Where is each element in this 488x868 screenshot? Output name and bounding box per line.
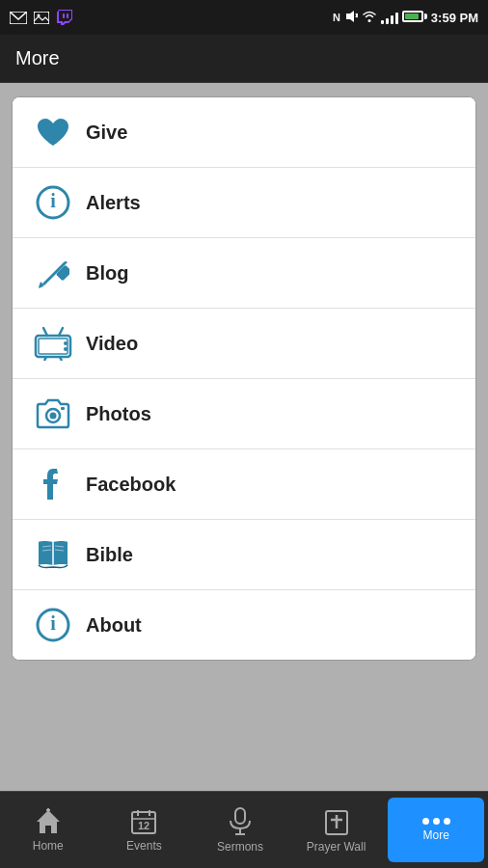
heart-icon: [32, 111, 74, 153]
more-nav-label: More: [423, 828, 449, 842]
nav-item-events[interactable]: 12 Events: [96, 792, 193, 868]
prayer-wall-icon: [324, 807, 349, 836]
give-label: Give: [86, 122, 127, 144]
bottom-nav: Home 12 Events Sermons: [0, 791, 488, 868]
blog-label: Blog: [86, 262, 128, 285]
facebook-label: Facebook: [86, 474, 176, 496]
about-icon: i: [32, 604, 74, 646]
wifi-icon: [362, 11, 377, 25]
nav-item-sermons[interactable]: Sermons: [192, 792, 288, 868]
status-time: 3:59 PM: [431, 11, 478, 25]
menu-item-bible[interactable]: Bible: [13, 520, 475, 590]
svg-point-20: [64, 341, 68, 345]
svg-rect-3: [63, 14, 65, 18]
status-right-icons: N: [333, 10, 478, 26]
camera-icon: [32, 393, 74, 435]
svg-rect-1: [34, 12, 49, 24]
menu-item-give[interactable]: Give: [13, 97, 475, 168]
menu-item-alerts[interactable]: i Alerts: [13, 168, 475, 238]
pencil-icon: [32, 252, 74, 294]
page-title: More: [15, 47, 60, 69]
svg-text:i: i: [50, 612, 56, 634]
svg-point-21: [64, 347, 68, 351]
app-icon: [56, 11, 73, 24]
battery-icon: [402, 11, 427, 25]
about-label: About: [86, 614, 142, 637]
svg-rect-24: [61, 407, 65, 410]
signal-icon: [381, 11, 398, 24]
home-nav-label: Home: [33, 839, 64, 853]
svg-rect-4: [67, 14, 68, 18]
mail-icon: [10, 11, 27, 24]
menu-item-photos[interactable]: Photos: [13, 379, 475, 449]
menu-card: Give i Alerts Bl: [12, 96, 476, 661]
svg-text:12: 12: [138, 820, 149, 831]
content-area: Give i Alerts Bl: [0, 83, 488, 791]
sermons-nav-label: Sermons: [217, 840, 263, 854]
menu-item-blog[interactable]: Blog: [13, 238, 475, 309]
nav-item-prayer-wall[interactable]: Prayer Wall: [288, 792, 385, 868]
more-dots-icon: [422, 818, 450, 825]
image-icon: [33, 11, 50, 24]
photos-label: Photos: [86, 403, 151, 425]
video-label: Video: [86, 333, 138, 355]
svg-marker-5: [346, 11, 354, 22]
svg-point-23: [50, 413, 57, 420]
alerts-label: Alerts: [86, 192, 141, 214]
menu-item-video[interactable]: Video: [13, 309, 475, 379]
facebook-icon: [32, 463, 74, 505]
svg-text:i: i: [50, 190, 56, 211]
menu-item-about[interactable]: i About: [13, 590, 475, 660]
svg-rect-41: [235, 808, 245, 824]
mute-icon: [344, 10, 358, 26]
bible-label: Bible: [86, 544, 133, 566]
status-bar: N: [0, 0, 488, 35]
header: More: [0, 35, 488, 83]
tv-icon: [32, 322, 74, 365]
prayer-wall-nav-label: Prayer Wall: [307, 840, 366, 854]
events-icon: 12: [130, 808, 157, 835]
book-icon: [32, 533, 74, 576]
nfc-icon: N: [333, 12, 340, 23]
home-icon: [35, 808, 62, 835]
svg-rect-15: [39, 339, 68, 354]
alerts-icon: i: [32, 181, 74, 224]
nav-item-home[interactable]: Home: [0, 792, 96, 868]
nav-item-more[interactable]: More: [388, 798, 484, 862]
status-left-icons: [10, 11, 73, 24]
events-nav-label: Events: [126, 839, 162, 853]
menu-item-facebook[interactable]: Facebook: [13, 449, 475, 520]
microphone-icon: [229, 807, 252, 836]
